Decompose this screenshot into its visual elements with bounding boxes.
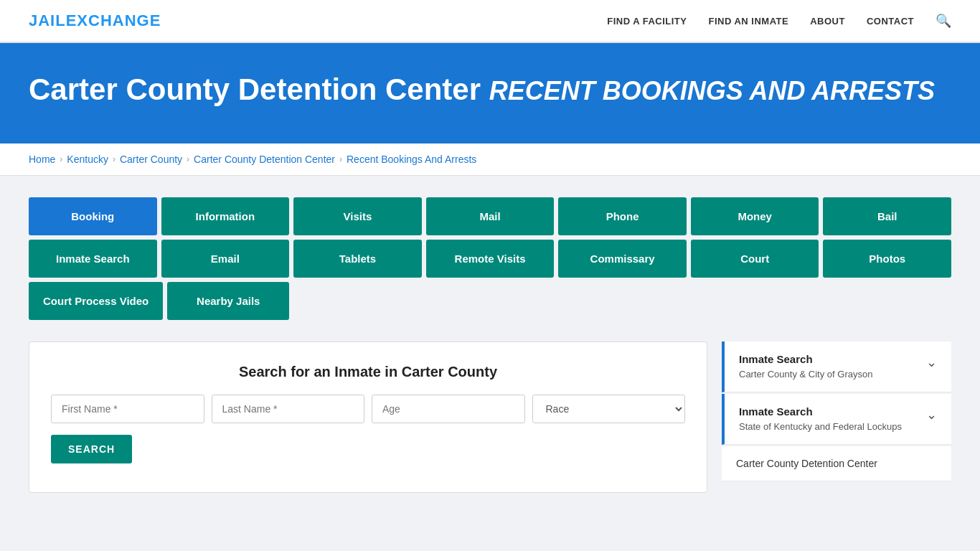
money-button[interactable]: Money xyxy=(691,197,819,235)
button-row-1: Booking Information Visits Mail Phone Mo… xyxy=(29,197,951,235)
search-title: Search for an Inmate in Carter County xyxy=(51,364,685,380)
nav-find-inmate[interactable]: FIND AN INMATE xyxy=(708,16,788,27)
search-submit-button[interactable]: SEARCH xyxy=(51,435,132,463)
tab-buttons: Booking Information Visits Mail Phone Mo… xyxy=(29,197,951,320)
tablets-button[interactable]: Tablets xyxy=(293,240,422,278)
page-title: Carter County Detention Center RECENT BO… xyxy=(29,72,951,108)
button-row-3: Court Process Video Nearby Jails xyxy=(29,282,289,320)
logo-part2: EXCHANGE xyxy=(66,11,161,29)
court-button[interactable]: Court xyxy=(691,240,819,278)
photos-button[interactable]: Photos xyxy=(823,240,951,278)
bail-button[interactable]: Bail xyxy=(823,197,951,235)
inmate-search-button[interactable]: Inmate Search xyxy=(29,240,157,278)
sidebar-detention-center[interactable]: Carter County Detention Center xyxy=(722,446,951,481)
nearby-jails-button[interactable]: Nearby Jails xyxy=(167,282,289,320)
mail-button[interactable]: Mail xyxy=(426,197,555,235)
commissary-button[interactable]: Commissary xyxy=(558,240,687,278)
breadcrumb-kentucky[interactable]: Kentucky xyxy=(67,154,108,165)
breadcrumb-carter-county[interactable]: Carter County xyxy=(120,154,182,165)
nav-contact[interactable]: CONTACT xyxy=(867,16,914,27)
last-name-input[interactable] xyxy=(212,395,365,423)
nav-about[interactable]: ABOUT xyxy=(810,16,845,27)
lower-section: Search for an Inmate in Carter County Ra… xyxy=(29,342,951,493)
logo[interactable]: JAILEXCHANGE xyxy=(29,11,161,30)
sidebar-inmate-search-local[interactable]: Inmate Search Carter County & City of Gr… xyxy=(722,342,951,392)
information-button[interactable]: Information xyxy=(161,197,290,235)
court-process-video-button[interactable]: Court Process Video xyxy=(29,282,163,320)
search-fields: Race White Black Hispanic Asian Other xyxy=(51,395,685,423)
chevron-down-icon: ⌄ xyxy=(926,407,937,423)
breadcrumb-home[interactable]: Home xyxy=(29,154,55,165)
breadcrumb-current: Recent Bookings And Arrests xyxy=(347,154,476,165)
chevron-down-icon: ⌄ xyxy=(926,354,937,370)
search-icon[interactable]: 🔍 xyxy=(936,13,951,29)
nav-find-facility[interactable]: FIND A FACILITY xyxy=(607,16,687,27)
sidebar: Inmate Search Carter County & City of Gr… xyxy=(722,342,951,481)
remote-visits-button[interactable]: Remote Visits xyxy=(426,240,555,278)
age-input[interactable] xyxy=(372,395,525,423)
main-content: Booking Information Visits Mail Phone Mo… xyxy=(0,176,980,514)
booking-button[interactable]: Booking xyxy=(29,197,157,235)
main-nav: FIND A FACILITY FIND AN INMATE ABOUT CON… xyxy=(607,13,951,29)
first-name-input[interactable] xyxy=(51,395,204,423)
race-select[interactable]: Race White Black Hispanic Asian Other xyxy=(532,395,686,423)
inmate-search-form: Search for an Inmate in Carter County Ra… xyxy=(29,342,707,493)
breadcrumb: Home › Kentucky › Carter County › Carter… xyxy=(0,143,980,176)
sidebar-inmate-search-state[interactable]: Inmate Search State of Kentucky and Fede… xyxy=(722,394,951,445)
logo-part1: JAIL xyxy=(29,11,66,29)
email-button[interactable]: Email xyxy=(161,240,290,278)
header: JAILEXCHANGE FIND A FACILITY FIND AN INM… xyxy=(0,0,980,43)
breadcrumb-detention-center[interactable]: Carter County Detention Center xyxy=(194,154,335,165)
button-row-2: Inmate Search Email Tablets Remote Visit… xyxy=(29,240,951,278)
hero-section: Carter County Detention Center RECENT BO… xyxy=(0,43,980,143)
visits-button[interactable]: Visits xyxy=(293,197,422,235)
phone-button[interactable]: Phone xyxy=(558,197,687,235)
